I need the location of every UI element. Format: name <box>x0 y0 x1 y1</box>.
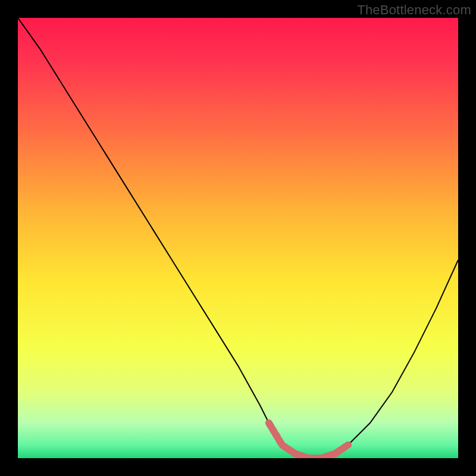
watermark-text: TheBottleneck.com <box>357 2 471 18</box>
plot-area <box>18 18 458 458</box>
bottleneck-curve <box>18 18 458 458</box>
chart-frame: TheBottleneck.com <box>0 0 476 476</box>
highlight-segment <box>269 423 348 458</box>
curve-layer <box>18 18 458 458</box>
